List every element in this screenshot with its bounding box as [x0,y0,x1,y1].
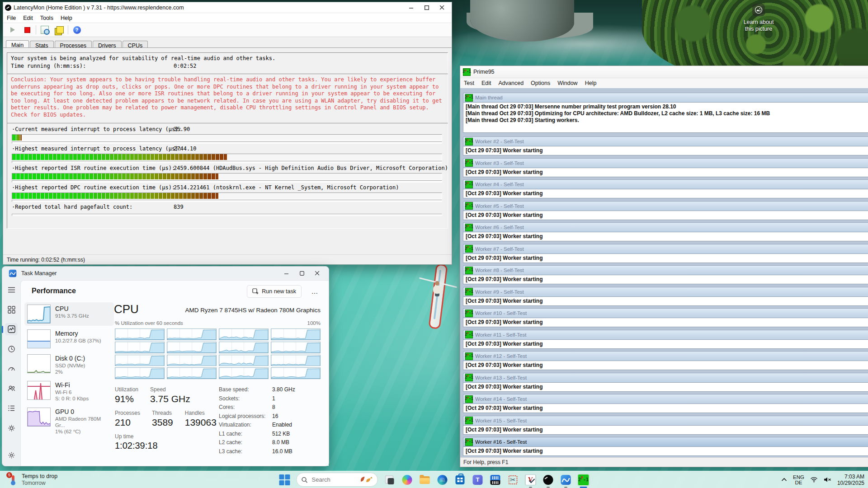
latencymon-taskbar-icon[interactable] [542,474,554,486]
worker-titlebar[interactable]: 2P-1Worker #2 - Self-Test [463,136,868,146]
nav-services-icon[interactable] [5,422,18,434]
settings-gear-icon[interactable] [5,449,18,461]
worker-window[interactable]: 2P-1Worker #2 - Self-Test[Oct 29 07:03] … [463,136,868,155]
clock[interactable]: 7:03 AM 10/29/2025 [837,474,864,486]
menu-tools[interactable]: Tools [37,14,57,22]
weather-widget[interactable]: 5 Temps to drop Tomorrow [5,472,61,487]
driver-verifier-taskbar-icon[interactable]: V [525,474,537,486]
metric-groove [12,141,442,144]
audio-app-taskbar-icon[interactable] [490,474,501,486]
worker-window[interactable]: 2P-1Worker #14 - Self-Test[Oct 29 07:03]… [463,394,868,413]
worker-window[interactable]: 2P-1Worker #15 - Self-Test[Oct 29 07:03]… [463,416,868,435]
maximize-button[interactable] [419,3,434,12]
start-monitor-button[interactable] [7,24,19,35]
worker-titlebar[interactable]: 2P-1Worker #8 - Self-Test [463,265,868,275]
sidebar-item-sub1: 10.2/27.8 GB (37%) [55,338,101,344]
worker-window[interactable]: 2P-1Worker #9 - Self-Test[Oct 29 07:03] … [463,287,868,306]
search-input[interactable] [311,476,345,483]
latencymon-titlebar[interactable]: LatencyMon (Home Edition ) v 7.31 - http… [3,2,452,13]
sidebar-item-memory[interactable]: Memory10.2/27.8 GB (37%) [24,327,114,351]
menu-help[interactable]: Help [57,14,76,22]
file-explorer-taskbar-icon[interactable] [419,474,431,486]
wifi-icon[interactable] [810,477,818,483]
close-button[interactable] [310,269,325,278]
copilot-taskbar-icon[interactable] [401,474,413,486]
snipping-tool-taskbar-icon[interactable]: ✂ [507,474,519,486]
picture-icon[interactable] [752,4,765,16]
start-button[interactable] [279,474,291,486]
teams-taskbar-icon[interactable]: T [472,474,484,486]
per-core-utilization-grid[interactable] [115,328,321,379]
menu-window[interactable]: Window [554,79,581,87]
worker-titlebar[interactable]: 2P-1Worker #11 - Self-Test [463,330,868,339]
prime95-titlebar[interactable]: 2P-1 Prime95 [460,66,868,78]
worker-window[interactable]: 2P-1Worker #11 - Self-Test[Oct 29 07:03]… [463,330,868,349]
main-thread-window[interactable]: 2P-1 Main thread [Main thread Oct 29 07:… [463,93,868,133]
search-box[interactable] [297,473,378,487]
worker-titlebar[interactable]: 2P-1Worker #6 - Self-Test [463,222,868,232]
menu-edit[interactable]: Edit [19,14,37,22]
maximize-button[interactable] [294,269,310,278]
tray-chevron-icon[interactable] [781,478,787,482]
worker-window[interactable]: 2P-1Worker #13 - Self-Test[Oct 29 07:03]… [463,373,868,392]
menu-test[interactable]: Test [460,79,478,87]
task-manager-titlebar[interactable]: Task Manager [2,267,329,280]
worker-window[interactable]: 2P-1Worker #6 - Self-Test[Oct 29 07:03] … [463,222,868,241]
worker-window[interactable]: 2P-1Worker #7 - Self-Test[Oct 29 07:03] … [463,244,868,263]
close-button[interactable] [434,3,450,12]
nav-users-icon[interactable] [5,382,18,394]
sidebar-item-cpu[interactable]: CPU91% 3.75 GHz [24,302,114,326]
spotlight-widget[interactable]: Learn about this picture [741,4,777,33]
prime95-taskbar-icon[interactable]: 2P-1 [578,474,590,486]
menu-advanced[interactable]: Advanced [495,79,527,87]
nav-startup-apps-icon[interactable] [5,363,18,375]
spec-row: L3 cache:16.0 MB [219,448,316,455]
task-manager-taskbar-icon[interactable] [560,474,572,486]
worker-titlebar[interactable]: 2P-1Worker #15 - Self-Test [463,416,868,425]
main-thread-titlebar[interactable]: 2P-1 Main thread [463,93,868,102]
hamburger-menu-icon[interactable] [5,284,18,296]
worker-titlebar[interactable]: 2P-1Worker #4 - Self-Test [463,179,868,189]
store-taskbar-icon[interactable] [454,474,466,486]
copy-report-icon[interactable] [53,24,65,35]
worker-window[interactable]: 2P-1Worker #12 - Self-Test[Oct 29 07:03]… [463,351,868,370]
worker-window[interactable]: 2P-1Worker #4 - Self-Test[Oct 29 07:03] … [463,179,868,198]
worker-titlebar[interactable]: 2P-1Worker #16 - Self-Test [463,437,868,446]
worker-titlebar[interactable]: 2P-1Worker #9 - Self-Test [463,287,868,296]
worker-titlebar[interactable]: 2P-1Worker #10 - Self-Test [463,308,868,318]
worker-window[interactable]: 2P-1Worker #8 - Self-Test[Oct 29 07:03] … [463,265,868,284]
task-view-taskbar-icon[interactable] [384,474,396,486]
edge-taskbar-icon[interactable] [437,474,448,486]
stop-monitor-button[interactable] [21,24,33,35]
worker-icon: 2P-1 [465,245,473,253]
menu-edit[interactable]: Edit [478,79,495,87]
worker-titlebar[interactable]: 2P-1Worker #14 - Self-Test [463,394,868,404]
minimize-button[interactable] [279,269,294,278]
worker-titlebar[interactable]: 2P-1Worker #13 - Self-Test [463,373,868,382]
worker-window[interactable]: 2P-1Worker #3 - Self-Test[Oct 29 07:03] … [463,158,868,177]
run-new-task-button[interactable]: Run new task [247,285,302,298]
sidebar-item-gpu[interactable]: GPU 0AMD Radeon 780M Gr...1% (62 °C) [24,405,114,437]
sidebar-item-disk[interactable]: Disk 0 (C:)SSD (NVMe)2% [24,352,114,377]
language-indicator[interactable]: ENG DE [793,474,804,485]
menu-options[interactable]: Options [527,79,554,87]
driver-report-icon[interactable] [39,24,51,35]
worker-titlebar[interactable]: 2P-1Worker #12 - Self-Test [463,351,868,361]
worker-titlebar[interactable]: 2P-1Worker #3 - Self-Test [463,158,868,168]
worker-window[interactable]: 2P-1Worker #10 - Self-Test[Oct 29 07:03]… [463,308,868,327]
minimize-button[interactable] [404,3,419,12]
worker-window[interactable]: 2P-1Worker #5 - Self-Test[Oct 29 07:03] … [463,201,868,220]
worker-titlebar[interactable]: 2P-1Worker #7 - Self-Test [463,244,868,253]
nav-performance-icon[interactable] [5,323,18,335]
worker-titlebar[interactable]: 2P-1Worker #5 - Self-Test [463,201,868,211]
nav-processes-icon[interactable] [5,304,18,316]
more-options-button[interactable]: … [309,285,321,297]
nav-app-history-icon[interactable] [5,343,18,355]
menu-help[interactable]: Help [581,79,600,87]
sidebar-item-wifi[interactable]: Wi-FiWi-Fi 6S: 0 R: 0 Kbps [24,379,114,404]
worker-window[interactable]: 2P-1Worker #16 - Self-Test[Oct 29 07:03]… [463,437,868,456]
help-icon[interactable] [71,24,83,35]
menu-file[interactable]: File [3,14,19,22]
volume-muted-icon[interactable] [824,477,831,483]
nav-details-icon[interactable] [5,402,18,414]
